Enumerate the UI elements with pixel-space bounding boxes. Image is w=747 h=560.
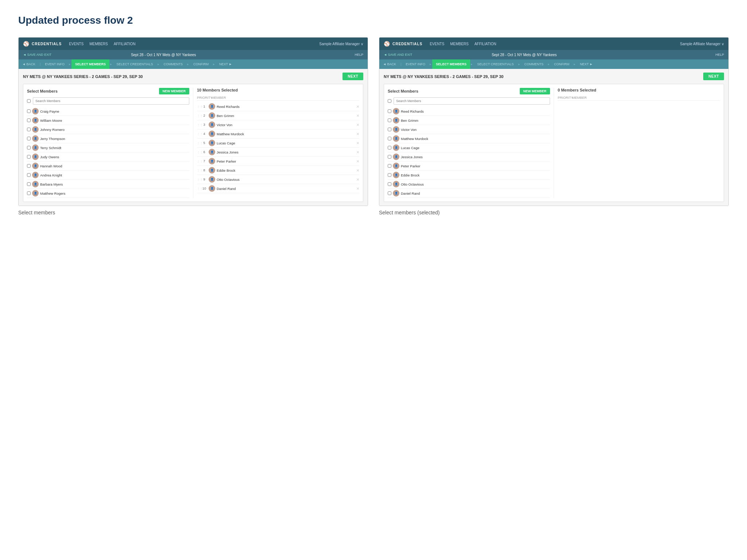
remove-icon[interactable]: ✕: [356, 187, 359, 191]
drag-handle-icon[interactable]: ⋮⋮: [197, 132, 200, 136]
right-new-member-button[interactable]: NEW MEMBER: [520, 88, 550, 94]
member-checkbox[interactable]: [388, 137, 391, 140]
member-checkbox[interactable]: [27, 173, 31, 177]
avatar: 👤: [393, 108, 399, 114]
remove-icon[interactable]: ✕: [356, 105, 359, 109]
left-series-title: NY METS @ NY YANKEES SERIES - 2 GAMES - …: [23, 74, 143, 79]
remove-icon[interactable]: ✕: [356, 132, 359, 136]
member-checkbox[interactable]: [388, 182, 391, 186]
remove-icon[interactable]: ✕: [356, 114, 359, 118]
left-step-next[interactable]: NEXT ►: [216, 59, 236, 69]
drag-handle-icon[interactable]: ⋮⋮: [197, 169, 200, 172]
list-item: 👤 Victor Von: [388, 125, 550, 134]
member-checkbox[interactable]: [27, 155, 31, 159]
right-step-comments[interactable]: COMMENTS: [521, 59, 547, 69]
remove-icon[interactable]: ✕: [356, 150, 359, 154]
table-row: ⋮⋮ 9 👤 Otto Octavious ✕: [197, 175, 359, 184]
list-item: 👤 Reed Richards: [388, 107, 550, 116]
left-selected-list: ⋮⋮ 1 👤 Reed Richards ✕ ⋮⋮ 2 👤 Ben Grimm: [197, 102, 359, 193]
drag-handle-icon[interactable]: ⋮⋮: [197, 114, 200, 117]
right-step-confirm[interactable]: CONFIRM: [550, 59, 573, 69]
member-name: Jessica Jones: [401, 155, 550, 159]
right-app-frame: ⚾ CREDENTIALS EVENTS MEMBERS AFFILIATION…: [379, 37, 729, 206]
right-step-event-info[interactable]: EVENT INFO: [402, 59, 429, 69]
right-nav-links[interactable]: EVENTS MEMBERS AFFILIATION: [430, 42, 496, 46]
avatar: 👤: [393, 117, 399, 124]
screenshots-row: ⚾ CREDENTIALS EVENTS MEMBERS AFFILIATION…: [18, 37, 729, 215]
member-name: Matthew Murdock: [217, 132, 355, 136]
member-checkbox[interactable]: [388, 109, 391, 113]
drag-handle-icon[interactable]: ⋮⋮: [197, 141, 200, 145]
nav-events[interactable]: EVENTS: [69, 42, 84, 46]
member-checkbox[interactable]: [388, 146, 391, 149]
member-name: Reed Richards: [401, 109, 550, 113]
right-select-all-checkbox[interactable]: [388, 99, 391, 103]
remove-icon[interactable]: ✕: [356, 141, 359, 145]
drag-handle-icon[interactable]: ⋮⋮: [197, 151, 200, 154]
left-search-input[interactable]: [33, 97, 189, 105]
drag-handle-icon[interactable]: ⋮⋮: [197, 178, 200, 181]
right-help[interactable]: HELP: [715, 53, 724, 57]
avatar: 👤: [393, 181, 399, 187]
member-checkbox[interactable]: [388, 173, 391, 177]
left-nav-links[interactable]: EVENTS MEMBERS AFFILIATION: [69, 42, 135, 46]
right-next-button[interactable]: NEXT: [703, 73, 724, 80]
member-name: Matthew Rogers: [40, 191, 189, 195]
left-step-credentials[interactable]: SELECT CREDENTIALS: [113, 59, 156, 69]
drag-handle-icon[interactable]: ⋮⋮: [197, 187, 200, 190]
remove-icon[interactable]: ✕: [356, 159, 359, 163]
left-select-all-checkbox[interactable]: [27, 99, 31, 103]
priority-number: 3: [201, 123, 207, 127]
left-members-count: 10 Members Selected: [197, 88, 359, 92]
right-step-credentials[interactable]: SELECT CREDENTIALS: [473, 59, 517, 69]
remove-icon[interactable]: ✕: [356, 178, 359, 182]
right-step-select-members[interactable]: SELECT MEMBERS: [432, 59, 470, 69]
right-save-exit[interactable]: ◄ SAVE AND EXIT: [384, 53, 412, 57]
left-step-event-info[interactable]: EVENT INFO: [41, 59, 68, 69]
member-checkbox[interactable]: [27, 137, 31, 140]
right-nav-events[interactable]: EVENTS: [430, 42, 444, 46]
nav-affiliation[interactable]: AFFILIATION: [114, 42, 136, 46]
left-next-button[interactable]: NEXT: [342, 73, 363, 80]
left-search-row: [27, 97, 189, 105]
member-checkbox[interactable]: [27, 182, 31, 186]
left-step-select-members[interactable]: SELECT MEMBERS: [71, 59, 109, 69]
member-checkbox[interactable]: [27, 146, 31, 149]
drag-handle-icon[interactable]: ⋮⋮: [197, 105, 200, 108]
right-members-panel: Select Members NEW MEMBER 👤: [384, 84, 724, 202]
right-step-back[interactable]: ◄ BACK: [379, 59, 400, 69]
right-nav-affiliation[interactable]: AFFILIATION: [475, 42, 496, 46]
remove-icon[interactable]: ✕: [356, 123, 359, 127]
list-item: 👤 Ben Grimm: [388, 116, 550, 125]
left-new-member-button[interactable]: NEW MEMBER: [159, 88, 190, 94]
table-row: ⋮⋮ 8 👤 Eddie Brock ✕: [197, 166, 359, 175]
right-search-input[interactable]: [394, 97, 550, 105]
member-checkbox[interactable]: [388, 128, 391, 131]
left-help[interactable]: HELP: [355, 53, 363, 57]
member-checkbox[interactable]: [27, 128, 31, 131]
member-checkbox[interactable]: [388, 164, 391, 168]
member-checkbox[interactable]: [388, 191, 391, 195]
left-steps-nav: ◄ BACK | EVENT INFO ▸ SELECT MEMBERS ▸ S…: [19, 59, 368, 69]
member-checkbox[interactable]: [27, 118, 31, 122]
left-step-back[interactable]: ◄ BACK: [19, 59, 39, 69]
left-step-comments[interactable]: COMMENTS: [160, 59, 187, 69]
left-panel-header: Select Members NEW MEMBER: [27, 88, 189, 94]
priority-number: 10: [201, 187, 207, 190]
member-checkbox[interactable]: [388, 155, 391, 159]
member-checkbox[interactable]: [27, 164, 31, 168]
right-step-next[interactable]: NEXT ►: [576, 59, 596, 69]
nav-members[interactable]: MEMBERS: [89, 42, 108, 46]
member-checkbox[interactable]: [388, 118, 391, 122]
table-row: ⋮⋮ 3 👤 Victor Von ✕: [197, 120, 359, 129]
left-step-confirm[interactable]: CONFIRM: [190, 59, 212, 69]
member-checkbox[interactable]: [27, 109, 31, 113]
remove-icon[interactable]: ✕: [356, 168, 359, 172]
left-save-exit[interactable]: ◄ SAVE AND EXIT: [23, 53, 51, 57]
right-nav-members[interactable]: MEMBERS: [450, 42, 469, 46]
drag-handle-icon[interactable]: ⋮⋮: [197, 123, 200, 127]
member-checkbox[interactable]: [27, 191, 31, 195]
drag-handle-icon[interactable]: ⋮⋮: [197, 160, 200, 163]
left-members-list: 👤 Craig Payne 👤 William Moore 👤: [27, 107, 189, 198]
left-logo-text: CREDENTIALS: [32, 42, 62, 46]
